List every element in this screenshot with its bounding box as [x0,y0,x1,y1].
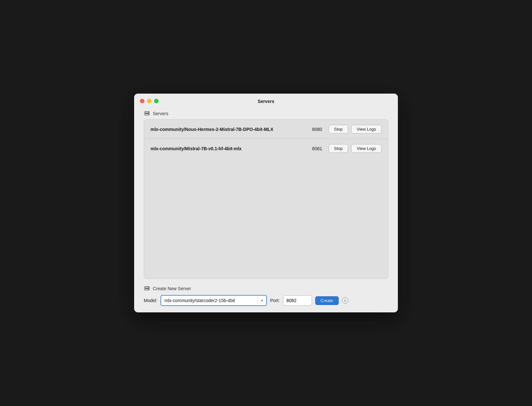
view-logs-button-2[interactable]: View Logs [351,144,381,153]
stop-button-2[interactable]: Stop [329,144,348,153]
main-window: Servers Servers mlx-community/Nous-Herme… [134,94,398,312]
model-input-wrapper: ▾ [161,295,267,306]
view-logs-button-1[interactable]: View Logs [351,125,381,134]
create-form: Model: ▾ Port: Create i [144,295,388,306]
content-area: Servers mlx-community/Nous-Hermes-2-Mist… [134,107,398,312]
servers-section-header: Servers [144,110,388,117]
table-row: mlx-community/Mistral-7B-v0.1-hf-4bit-ml… [144,139,388,158]
servers-section-title: Servers [153,111,168,116]
model-label: Model: [144,298,157,303]
port-label: Port: [270,298,280,303]
model-dropdown-arrow[interactable]: ▾ [258,296,266,305]
close-button[interactable] [140,99,144,103]
servers-icon [144,110,150,117]
server-name-1: mlx-community/Nous-Hermes-2-Mistral-7B-D… [151,127,303,132]
window-title: Servers [258,99,274,104]
create-section-header: Create New Server [144,285,388,292]
create-button[interactable]: Create [315,296,339,305]
servers-panel: mlx-community/Nous-Hermes-2-Mistral-7B-D… [144,119,388,279]
create-server-icon [144,285,150,292]
titlebar: Servers [134,94,398,107]
server-port-1: 8080 [306,127,322,132]
maximize-button[interactable] [154,99,159,103]
info-icon[interactable]: i [342,297,348,304]
model-input[interactable] [161,296,258,305]
port-input[interactable] [283,295,312,306]
create-section-title: Create New Server [153,286,191,291]
server-name-2: mlx-community/Mistral-7B-v0.1-hf-4bit-ml… [151,146,303,151]
stop-button-1[interactable]: Stop [329,125,348,134]
table-row: mlx-community/Nous-Hermes-2-Mistral-7B-D… [144,120,388,139]
minimize-button[interactable] [147,99,151,103]
create-section: Create New Server Model: ▾ Port: Create … [144,285,388,306]
server-port-2: 8081 [306,146,322,151]
traffic-lights [140,99,159,103]
